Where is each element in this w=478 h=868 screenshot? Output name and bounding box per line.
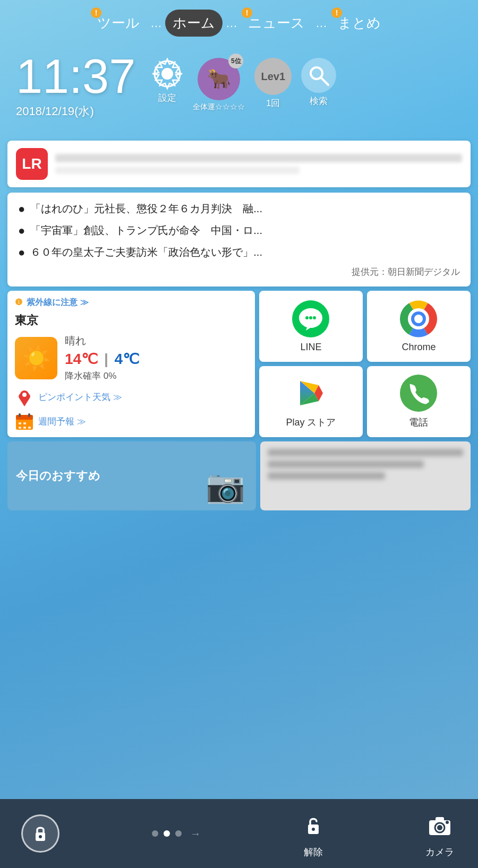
svg-point-22 bbox=[414, 315, 423, 323]
nav-dots-1: … bbox=[147, 16, 165, 30]
svg-rect-10 bbox=[28, 413, 30, 417]
weather-links: ピンポイント天気 ≫ 週間予報 ≫ bbox=[15, 387, 247, 431]
settings-button[interactable]: 設定 bbox=[151, 58, 183, 104]
svg-point-18 bbox=[313, 316, 316, 319]
map-pin-icon bbox=[15, 387, 34, 406]
phone-icon bbox=[400, 375, 437, 412]
uv-link[interactable]: 紫外線に注意 ≫ bbox=[27, 298, 88, 307]
svg-rect-8 bbox=[16, 415, 33, 420]
home-label: ホーム bbox=[173, 14, 215, 32]
pinpoint-link[interactable]: ピンポイント天気 ≫ bbox=[38, 391, 122, 403]
weather-city: 東京 bbox=[15, 313, 247, 328]
temp-sep: | bbox=[104, 351, 108, 367]
summary-alert: ! bbox=[331, 7, 342, 18]
svg-point-17 bbox=[309, 316, 312, 319]
unlock-button[interactable]: 解除 bbox=[296, 809, 330, 858]
widgets-area: ❶ 紫外線に注意 ≫ 東京 ☀️ 晴れ 14℃ | 4℃ 降水確率 0% bbox=[7, 291, 471, 437]
svg-rect-15 bbox=[28, 427, 31, 429]
recommend-tile[interactable]: 今日のおすすめ 📷 bbox=[7, 441, 256, 510]
notification-blur-line2 bbox=[55, 167, 300, 174]
uv-alert-icon: ❶ bbox=[15, 298, 22, 307]
app-playstore[interactable]: Play ストア bbox=[259, 366, 363, 437]
search-button[interactable]: 検索 bbox=[301, 58, 336, 107]
unlock-icon bbox=[296, 809, 330, 843]
notification-text bbox=[55, 154, 462, 174]
bottom-row: 今日のおすすめ 📷 bbox=[7, 441, 471, 510]
app-line[interactable]: LINE bbox=[259, 291, 363, 362]
tools-alert: ! bbox=[91, 7, 101, 18]
clock-date: 2018/12/19(水) bbox=[16, 103, 135, 119]
svg-point-6 bbox=[22, 393, 27, 397]
news-text-1: 「はれのひ」元社長、懲役２年６カ月判決 融... bbox=[30, 201, 262, 216]
weather-main: ☀️ 晴れ 14℃ | 4℃ 降水確率 0% bbox=[15, 334, 247, 382]
arrow-icon: → bbox=[190, 828, 201, 840]
svg-point-28 bbox=[312, 828, 315, 831]
playstore-label: Play ストア bbox=[286, 416, 336, 429]
page-dots: → bbox=[152, 828, 204, 840]
chrome-icon bbox=[400, 300, 437, 337]
sun-icon: ☀️ bbox=[15, 337, 57, 379]
search-label: 検索 bbox=[310, 95, 328, 107]
recommend-label: 今日のおすすめ bbox=[16, 468, 100, 484]
blurred-content bbox=[260, 441, 471, 491]
line-label: LINE bbox=[300, 342, 321, 353]
svg-rect-9 bbox=[19, 413, 21, 417]
notification-app-icon: LR bbox=[16, 148, 48, 180]
nav-tools[interactable]: ! ツール bbox=[90, 10, 147, 37]
app-chrome[interactable]: Chrome bbox=[367, 291, 471, 362]
svg-line-4 bbox=[321, 77, 328, 85]
nav-summary[interactable]: ! まとめ bbox=[330, 10, 388, 37]
weather-info: 晴れ 14℃ | 4℃ 降水確率 0% bbox=[65, 334, 139, 382]
svg-rect-12 bbox=[23, 422, 26, 424]
app-phone[interactable]: 電話 bbox=[367, 366, 471, 437]
horoscope-rank: 5位 bbox=[228, 54, 243, 68]
news-source: 提供元：朝日新聞デジタル bbox=[18, 266, 460, 278]
blurred-tile bbox=[260, 441, 471, 510]
horoscope-button[interactable]: 5位 🐂 全体運☆☆☆☆ bbox=[193, 58, 245, 112]
bottom-bar: → 解除 カメラ bbox=[0, 799, 478, 868]
nav-home[interactable]: ホーム bbox=[165, 10, 223, 37]
horoscope-icon: 5位 🐂 bbox=[198, 58, 240, 100]
weather-rain: 降水確率 0% bbox=[65, 370, 139, 382]
clock-icons: 設定 5位 🐂 全体運☆☆☆☆ Lev1 1回 検索 bbox=[151, 58, 336, 112]
svg-point-16 bbox=[305, 316, 309, 319]
news-text-2: 「宇宙軍」創設、トランプ氏が命令 中国・ロ... bbox=[30, 223, 262, 238]
weekly-link[interactable]: 週間予報 ≫ bbox=[38, 415, 86, 428]
camera-decoration-icon: 📷 bbox=[206, 467, 245, 505]
dot-2 bbox=[164, 830, 170, 837]
svg-rect-14 bbox=[23, 427, 26, 429]
summary-label: まとめ bbox=[338, 14, 381, 32]
camera-button[interactable]: カメラ bbox=[423, 809, 457, 858]
weekly-link-row[interactable]: 週間予報 ≫ bbox=[15, 412, 247, 431]
camera-icon bbox=[423, 809, 457, 843]
phone-label: 電話 bbox=[409, 416, 428, 429]
lev-button[interactable]: Lev1 1回 bbox=[254, 58, 292, 109]
notification-blur-line1 bbox=[55, 154, 462, 162]
svg-rect-13 bbox=[19, 427, 21, 429]
news-item-1: ● 「はれのひ」元社長、懲役２年６カ月判決 融... bbox=[18, 201, 460, 218]
weather-uv-warning[interactable]: ❶ 紫外線に注意 ≫ bbox=[15, 297, 247, 308]
horoscope-label: 全体運☆☆☆☆ bbox=[193, 102, 245, 112]
search-icon bbox=[301, 58, 336, 93]
nav-dots-2: … bbox=[223, 16, 241, 30]
svg-point-31 bbox=[437, 825, 442, 830]
line-icon bbox=[292, 300, 329, 337]
playstore-icon bbox=[292, 375, 329, 412]
settings-label: 設定 bbox=[158, 92, 176, 104]
notification-card[interactable]: LR bbox=[7, 141, 471, 187]
news-label: ニュース bbox=[248, 14, 305, 32]
lev-label: 1回 bbox=[266, 97, 280, 109]
nav-dots-3: … bbox=[312, 16, 330, 30]
svg-point-26 bbox=[39, 835, 42, 838]
dot-1 bbox=[152, 830, 158, 837]
nav-news[interactable]: ! ニュース bbox=[241, 10, 312, 37]
camera-label: カメラ bbox=[425, 846, 454, 858]
temp-low: 4℃ bbox=[115, 351, 140, 367]
news-card[interactable]: ● 「はれのひ」元社長、懲役２年６カ月判決 融... ● 「宇宙軍」創設、トラン… bbox=[7, 193, 471, 287]
pinpoint-link-row[interactable]: ピンポイント天気 ≫ bbox=[15, 387, 247, 406]
temp-high: 14℃ bbox=[65, 351, 98, 367]
lock-icon bbox=[21, 814, 59, 853]
weather-widget[interactable]: ❶ 紫外線に注意 ≫ 東京 ☀️ 晴れ 14℃ | 4℃ 降水確率 0% bbox=[7, 291, 255, 437]
news-item-2: ● 「宇宙軍」創設、トランプ氏が命令 中国・ロ... bbox=[18, 223, 460, 239]
lock-button[interactable] bbox=[21, 814, 59, 853]
